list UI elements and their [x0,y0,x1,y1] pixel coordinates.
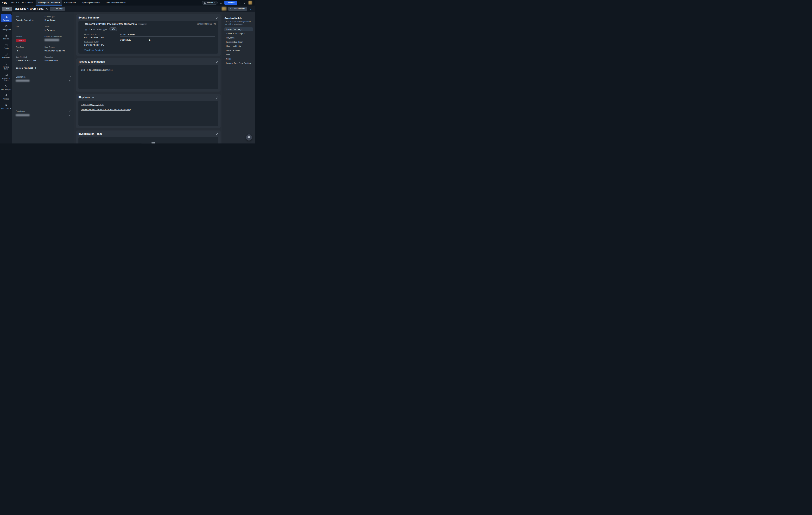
info-icon[interactable] [220,1,222,4]
tactics-expand-icon[interactable] [216,61,218,63]
master-dropdown[interactable]: Master [202,1,218,4]
conclusion-label: Conclusion [16,110,25,113]
field-owner: Owner(Assign to me) [45,35,70,42]
last-update-label: Last update (UTC) [84,41,115,43]
occurred-on-value: 08/12/2024 09:21 PM [84,36,115,39]
incident-header-bar: Back 20240920-4: Brute Force Edit Tags ×… [0,5,255,12]
description-label: Description [16,76,26,78]
overview-module-subtitle: Select from the following modules you wi… [225,21,253,26]
tactics-empty-note: Click + to add tactics & techniques [81,68,216,71]
rail-item-playbooks[interactable]: Playbooks [1,52,11,60]
rail-item-command-centre[interactable]: Command Centre [1,72,11,83]
field-site: Site Security Operations [16,16,42,22]
module-item-notes[interactable]: Notes [225,57,253,61]
severity-badge[interactable]: Critical [16,39,26,42]
rail-item-artifacts[interactable]: Artifacts [1,93,11,101]
add-tactics-icon[interactable]: + [107,60,109,63]
playbook-link-crowdstrike[interactable]: CrowdStrike_DT_10674 [81,103,104,105]
rail-item-link-analysis[interactable]: Link Analysis [1,84,11,92]
close-incident-label: Close Incident [233,8,245,10]
target-icon [4,25,8,28]
occurred-on-label: Occurred on (UTC) [84,33,115,35]
tactics-card: Click + to add tactics & techniques [79,65,218,89]
conclusion-expand-icon[interactable] [68,110,70,113]
module-item-linked-artifacts[interactable]: Linked Artifacts [225,49,253,53]
module-item-files[interactable]: Files [225,53,253,57]
escalation-method-title: ESCALATION METHOD: DYANG (MANUAL ESCALAT… [85,23,137,25]
user-avatar[interactable] [249,1,252,4]
escalation-date: 09/20/2024 03:25 PM [197,23,216,25]
module-item-events-summary[interactable]: Events Summary [225,27,253,31]
event-number: 1 - [89,28,92,31]
playbook-expand-icon[interactable] [216,96,218,99]
assign-to-me-link[interactable]: (Assign to me) [51,35,62,37]
speech-bubble-icon [151,141,155,144]
playbook-card: CrowdStrike_DT_10674 update dynamic form… [79,101,218,126]
support-chat-fab[interactable] [246,134,252,141]
tactics-title: Tactics & Techniques [79,60,105,63]
overview-module-sidebar: Overview Module Select from the followin… [222,12,255,144]
link-analysis-icon [4,85,8,88]
close-incident-button[interactable]: × Close Incident [228,7,247,11]
module-list: Events Summary Tactics & Techniques Play… [225,27,253,65]
nav-item-event-playbook-viewer[interactable]: Event Playbook Viewer [103,0,128,5]
rail-item-key-findings[interactable]: ★ Key Findings [1,102,11,111]
owner-redacted-value [45,39,59,41]
document-icon[interactable] [239,1,242,4]
chat-bubble-icon [247,136,251,139]
view-event-details-link[interactable]: View Event Details [84,49,104,52]
d3-logo[interactable]: ≡ D3 [1,1,9,4]
events-summary-title: Events Summary [79,16,99,19]
escalation-chevron-down-icon[interactable] [81,23,83,25]
edit-tags-button[interactable]: Edit Tags [50,7,65,11]
chat-icon[interactable] [244,2,246,4]
incident-bar-right: × Close Incident ⋮ [222,7,253,11]
back-button[interactable]: Back [2,7,12,11]
event-na-badge[interactable]: N/A [109,27,117,31]
rail-item-timeline[interactable]: Timeline [1,33,11,41]
external-link-icon [102,49,104,51]
master-label: Master [207,2,213,4]
incident-details-panel: Site Security Operations Incident Type B… [12,12,74,144]
nav-item-configuration[interactable]: Configuration [62,0,79,5]
add-playbook-icon[interactable]: + [92,96,94,99]
rail-item-pending-tasks[interactable]: Pending Tasks [1,61,11,71]
module-item-playbook[interactable]: Playbook [225,36,253,40]
investigation-team-expand-icon[interactable] [216,133,218,135]
add-custom-field-icon[interactable]: + [35,66,36,69]
assignee-avatar[interactable] [222,7,226,10]
checklist-icon [4,62,8,65]
kebab-menu-icon[interactable]: ⋮ [249,7,253,10]
rail-item-investigation[interactable]: Investigation [1,24,11,32]
conclusion-edit-icon[interactable] [68,114,70,116]
close-icon: × [230,8,231,10]
nav-item-reporting-dashboard[interactable]: Reporting Dashboard [79,0,103,5]
module-item-incident-type-form-section[interactable]: Incident Type Form Section [225,61,253,65]
rail-item-events[interactable]: Events [1,42,11,51]
playbook-title: Playbook [79,96,90,99]
main-content: Events Summary ESCALATION METHOD: DYANG … [74,12,222,144]
description-expand-icon[interactable] [68,76,70,78]
nav-item-investigation-dashboard[interactable]: Investigation Dashboard [35,0,62,5]
module-item-tactics-techniques[interactable]: Tactics & Techniques [225,32,253,35]
custom-fields-row: Custom Fields (0) + [16,66,70,72]
nav-item-mitre-monitor[interactable]: MITRE ATT&CK Monitor [9,0,35,5]
command-centre-icon [4,73,8,77]
description-edit-icon[interactable] [68,80,70,82]
event-collapse-chevron-up-icon[interactable] [214,28,216,30]
module-item-investigation-team[interactable]: Investigation Team [225,40,253,44]
playbook-link-update-dynamic-form[interactable]: update dynamic form value by incident nu… [81,108,131,111]
add-incident-button[interactable]: + Incident [225,1,237,5]
events-summary-section: Events Summary ESCALATION METHOD: DYANG … [76,14,221,56]
play-icon [4,53,8,56]
share-icon[interactable] [46,7,48,10]
rail-item-overview[interactable]: Overview [1,14,11,22]
event-summary-header: EVENT SUMMARY [120,33,215,36]
fingerprint-icon [4,94,8,97]
module-item-linked-incidents[interactable]: Linked Incidents [225,44,253,48]
description-block: Description [16,76,70,110]
chevron-down-icon [214,2,216,4]
top-nav: ≡ D3 MITRE ATT&CK Monitor Investigation … [0,0,255,5]
events-summary-expand-icon[interactable] [216,17,218,19]
timeline-icon [4,34,8,37]
